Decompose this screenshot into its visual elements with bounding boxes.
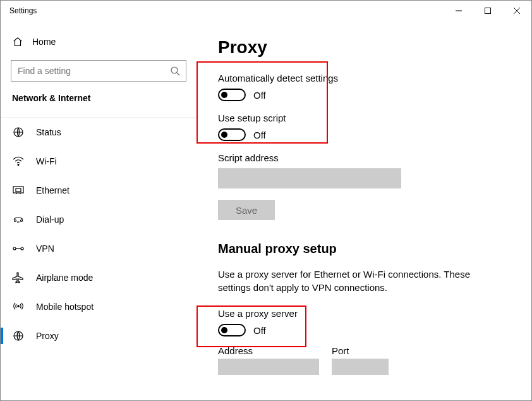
sidebar-item-wifi[interactable]: Wi-Fi xyxy=(1,147,196,176)
save-button-label: Save xyxy=(236,205,257,216)
setting-use-proxy: Use a proxy server Off xyxy=(218,308,512,336)
airplane-icon xyxy=(12,271,25,284)
home-link[interactable]: Home xyxy=(1,28,196,55)
sidebar-item-label: Status xyxy=(36,127,61,137)
svg-point-13 xyxy=(21,220,23,222)
minimize-button[interactable] xyxy=(444,1,473,21)
svg-point-12 xyxy=(15,220,16,222)
sidebar-item-ethernet[interactable]: Ethernet xyxy=(1,176,196,205)
sidebar-item-label: VPN xyxy=(36,244,54,254)
address-input[interactable] xyxy=(218,359,319,375)
sidebar-item-label: Proxy xyxy=(36,331,59,341)
home-label: Home xyxy=(32,37,56,47)
svg-point-7 xyxy=(18,164,19,166)
sidebar-item-proxy[interactable]: Proxy xyxy=(1,321,196,350)
svg-line-5 xyxy=(177,73,179,75)
search-icon xyxy=(170,66,180,76)
sidebar-item-label: Ethernet xyxy=(36,185,70,195)
use-proxy-label: Use a proxy server xyxy=(218,308,512,319)
search-wrap xyxy=(11,60,186,82)
manual-description: Use a proxy server for Ethernet or Wi-Fi… xyxy=(218,268,502,294)
svg-rect-1 xyxy=(485,8,491,14)
svg-point-19 xyxy=(18,305,19,307)
proxy-icon xyxy=(12,330,25,342)
titlebar: Settings xyxy=(1,1,531,21)
setup-script-toggle[interactable] xyxy=(218,128,246,141)
ethernet-icon xyxy=(12,185,25,195)
sidebar-item-dialup[interactable]: Dial-up xyxy=(1,205,196,234)
use-proxy-state: Off xyxy=(253,325,266,336)
svg-point-16 xyxy=(13,247,16,250)
address-port-row: Address Port xyxy=(218,345,512,375)
vpn-icon xyxy=(12,244,25,254)
status-icon xyxy=(12,126,25,139)
sidebar-item-label: Dial-up xyxy=(36,214,64,225)
sidebar-item-label: Airplane mode xyxy=(36,273,93,283)
sidebar-item-hotspot[interactable]: Mobile hotspot xyxy=(1,292,196,321)
window-title: Settings xyxy=(9,6,37,15)
dialup-icon xyxy=(12,214,25,225)
port-input[interactable] xyxy=(332,359,389,375)
script-address-block: Script address xyxy=(218,152,512,188)
content: Proxy Automatically detect settings Off … xyxy=(196,21,531,400)
sidebar-item-airplane[interactable]: Airplane mode xyxy=(1,263,196,292)
manual-heading: Manual proxy setup xyxy=(218,242,512,256)
svg-point-17 xyxy=(21,247,23,250)
auto-detect-label: Automatically detect settings xyxy=(218,73,512,83)
sidebar-item-status[interactable]: Status xyxy=(1,118,196,147)
search-input[interactable] xyxy=(11,60,186,82)
settings-window: Settings Home xyxy=(0,0,532,401)
port-label: Port xyxy=(332,345,389,356)
svg-rect-9 xyxy=(16,188,21,192)
save-button[interactable]: Save xyxy=(218,200,275,220)
setting-auto-detect: Automatically detect settings Off xyxy=(218,73,512,101)
setup-script-label: Use setup script xyxy=(218,113,512,123)
setup-script-state: Off xyxy=(253,130,266,140)
auto-detect-state: Off xyxy=(253,90,266,101)
home-icon xyxy=(12,36,23,47)
sidebar: Home Network & Internet xyxy=(1,21,196,400)
sidebar-item-label: Wi-Fi xyxy=(36,156,57,166)
wifi-icon xyxy=(12,156,25,166)
script-address-label: Script address xyxy=(218,152,512,163)
nav: Status Wi-Fi Eth xyxy=(1,117,196,350)
svg-point-4 xyxy=(171,67,178,73)
hotspot-icon xyxy=(12,301,25,312)
sidebar-item-label: Mobile hotspot xyxy=(36,302,94,312)
page-title: Proxy xyxy=(218,37,512,58)
category-label: Network & Internet xyxy=(1,93,196,111)
script-address-input[interactable] xyxy=(218,168,401,188)
maximize-button[interactable] xyxy=(473,1,502,21)
address-label: Address xyxy=(218,345,319,356)
use-proxy-toggle[interactable] xyxy=(218,324,246,336)
sidebar-item-vpn[interactable]: VPN xyxy=(1,234,196,263)
setting-setup-script: Use setup script Off xyxy=(218,113,512,141)
close-button[interactable] xyxy=(502,1,531,21)
auto-detect-toggle[interactable] xyxy=(218,89,246,101)
